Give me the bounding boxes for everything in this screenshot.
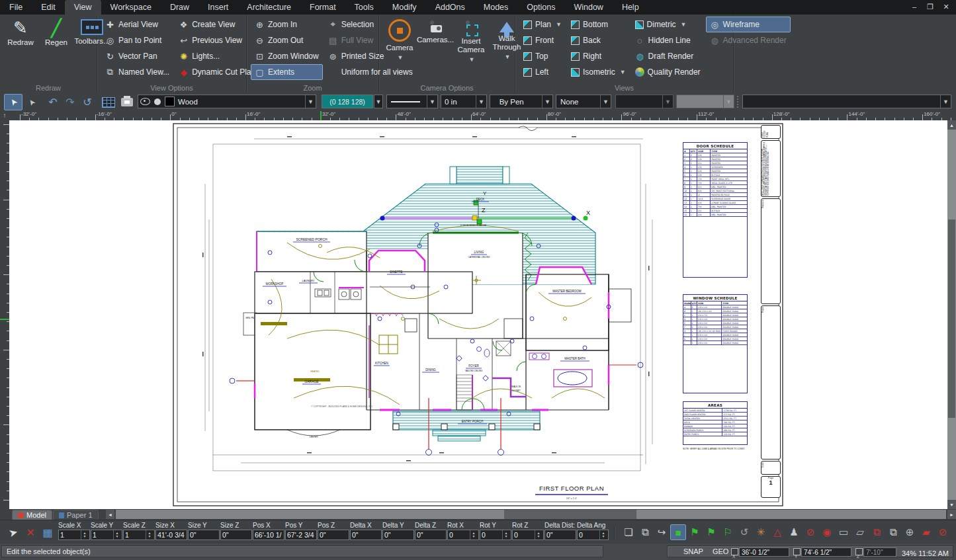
button-zoom-in[interactable]: ⊕Zoom In bbox=[251, 17, 323, 32]
stepper-icon[interactable]: ▲▼ bbox=[146, 530, 153, 540]
tab-paper-1[interactable]: Paper 1 bbox=[53, 510, 99, 520]
button-back[interactable]: Back bbox=[567, 32, 630, 48]
button-front[interactable]: Front bbox=[519, 32, 566, 48]
scroll-down-icon[interactable]: ▼ bbox=[947, 500, 956, 509]
field-input[interactable]: 41'-0 3/4 bbox=[155, 530, 187, 540]
vertical-scroll-thumb[interactable] bbox=[948, 220, 955, 418]
scroll-right-icon[interactable]: ► bbox=[947, 510, 956, 519]
view-name-combo[interactable]: ▼ bbox=[742, 95, 951, 108]
path-node-icon[interactable]: ⚐ bbox=[720, 524, 736, 540]
menu-item-tools[interactable]: Tools bbox=[345, 0, 383, 15]
menu-item-insert[interactable]: Insert bbox=[198, 0, 238, 15]
delete-icon[interactable]: ✕ bbox=[22, 524, 38, 540]
field-input[interactable]: 0▲▼ bbox=[577, 530, 609, 540]
no-frame-icon[interactable]: ⊘ bbox=[935, 524, 951, 540]
button-pan-to-point[interactable]: ◎Pan to Point bbox=[101, 32, 173, 48]
coord-y-field[interactable]: 74'-6 1/2" bbox=[801, 547, 851, 557]
visibility-eye-icon[interactable] bbox=[140, 98, 150, 105]
field-input[interactable]: 0" bbox=[350, 530, 382, 540]
dup-face-icon[interactable]: ⧉ bbox=[869, 524, 885, 540]
button-zoom-window[interactable]: ⊡Zoom Window bbox=[251, 48, 323, 64]
frame-a-icon[interactable]: ▭ bbox=[836, 524, 851, 540]
revert-icon[interactable]: ↺ bbox=[736, 524, 752, 540]
menu-item-format[interactable]: Format bbox=[300, 0, 345, 15]
horizontal-scroll-thumb[interactable] bbox=[504, 510, 636, 519]
stepper-icon[interactable]: ▲▼ bbox=[535, 530, 542, 540]
horizontal-scrollbar[interactable] bbox=[116, 510, 946, 519]
regen-view-button[interactable]: ↺ bbox=[78, 94, 97, 110]
button-camera[interactable]: Camera▼ bbox=[383, 17, 416, 64]
drawing-canvas[interactable]: DECK SCREENED PORCH WORKSHOP LAUNDRY DIN… bbox=[9, 120, 947, 509]
button-named-view-[interactable]: ⧉Named View... bbox=[101, 64, 173, 80]
layer-flag-icon[interactable]: ⚑ bbox=[687, 524, 703, 540]
button-regen[interactable]: ╱Regen bbox=[40, 17, 73, 50]
color-chip-dropdown[interactable]: ▼ bbox=[374, 95, 383, 108]
close-icon[interactable]: ✕ bbox=[941, 3, 951, 11]
button-left[interactable]: Left bbox=[519, 64, 566, 80]
vertical-scrollbar[interactable]: ▲ ▼ bbox=[947, 120, 956, 509]
button-vector-pan[interactable]: ↻Vector Pan bbox=[101, 48, 173, 64]
menu-item-help[interactable]: Help bbox=[613, 0, 648, 15]
redo-button[interactable]: ↷ bbox=[61, 94, 79, 110]
field-input[interactable]: 0" bbox=[382, 530, 414, 540]
field-input[interactable]: 66'-10 1/ bbox=[253, 530, 284, 540]
field-input[interactable]: 0" bbox=[220, 530, 252, 540]
button-plan[interactable]: Plan▼ bbox=[519, 17, 566, 32]
stepper-icon[interactable]: ▲▼ bbox=[470, 530, 477, 540]
field-input[interactable]: 0▲▼ bbox=[512, 530, 544, 540]
menu-item-addons[interactable]: AddOns bbox=[426, 0, 474, 15]
chevron-down-icon[interactable]: ▼ bbox=[305, 95, 316, 108]
override-combo[interactable]: None▼ bbox=[556, 95, 611, 108]
undo-button[interactable]: ↶ bbox=[44, 94, 62, 110]
field-input[interactable]: 1▲▼ bbox=[123, 530, 155, 540]
button-aerial-view[interactable]: ✚Aerial View bbox=[101, 17, 173, 32]
button-dimetric[interactable]: Dimetric▼ bbox=[631, 17, 705, 32]
button-zoom-out[interactable]: ⊖Zoom Out bbox=[251, 32, 323, 48]
fill-mode-icon[interactable]: ■ bbox=[670, 524, 686, 540]
anchor-node-icon[interactable]: ⊕ bbox=[902, 524, 918, 540]
minimize-icon[interactable]: – bbox=[910, 3, 919, 11]
button-bottom[interactable]: Bottom bbox=[567, 17, 630, 32]
stepper-icon[interactable]: ▲▼ bbox=[599, 530, 607, 540]
restore-icon[interactable]: ❐ bbox=[926, 3, 935, 11]
menu-item-workspace[interactable]: Workspace bbox=[101, 0, 161, 15]
menu-item-modes[interactable]: Modes bbox=[474, 0, 518, 15]
field-input[interactable]: 0" bbox=[544, 530, 576, 540]
button-top[interactable]: Top bbox=[519, 48, 566, 64]
button-quality-render[interactable]: Quality Render bbox=[631, 64, 705, 80]
menu-item-file[interactable]: File bbox=[0, 0, 32, 15]
button-extents[interactable]: ▢Extents bbox=[251, 64, 323, 80]
field-input[interactable]: 67'-2 3/4 bbox=[285, 530, 317, 540]
snap-toggle[interactable]: SNAP bbox=[683, 547, 703, 555]
frame-b-icon[interactable]: ▱ bbox=[852, 524, 868, 540]
link-object-icon[interactable]: ❏ bbox=[621, 524, 636, 540]
scroll-up-icon[interactable]: ▲ bbox=[947, 120, 956, 130]
button-hidden-line[interactable]: ◌Hidden Line bbox=[631, 32, 705, 48]
menu-item-draw[interactable]: Draw bbox=[161, 0, 198, 15]
tab-scroll-left-icon[interactable]: ◄ bbox=[106, 510, 114, 519]
button-insert-camera[interactable]: Insert Camera▼ bbox=[455, 17, 488, 66]
menu-item-edit[interactable]: Edit bbox=[32, 0, 65, 15]
select-tool-button[interactable]: ➤ bbox=[4, 94, 22, 110]
poly-red-icon[interactable]: ▰ bbox=[918, 524, 934, 540]
entity-table-icon[interactable]: ▦ bbox=[40, 524, 56, 540]
field-input[interactable]: 0" bbox=[318, 530, 349, 540]
stepper-icon[interactable]: ▲▼ bbox=[502, 530, 509, 540]
color-chip[interactable]: (0 128 128) bbox=[322, 95, 373, 108]
push-face-icon[interactable]: ⧉ bbox=[885, 524, 901, 540]
field-input[interactable]: 0" bbox=[415, 530, 447, 540]
print-button[interactable] bbox=[118, 94, 136, 110]
redirect-arrow-icon[interactable]: ↪ bbox=[654, 524, 670, 540]
unlink-object-icon[interactable]: ⧉ bbox=[637, 524, 653, 540]
explode-icon[interactable]: ✳ bbox=[753, 524, 769, 540]
pen-mode-combo[interactable]: By Pen▼ bbox=[490, 95, 553, 108]
profile-icon[interactable]: ♟ bbox=[786, 524, 802, 540]
tab-model[interactable]: Model bbox=[12, 510, 52, 520]
field-input[interactable]: 1▲▼ bbox=[91, 530, 122, 540]
field-input[interactable]: 0▲▼ bbox=[447, 530, 479, 540]
warning-triangle-icon[interactable]: △ bbox=[769, 524, 785, 540]
stepper-icon[interactable]: ▲▼ bbox=[113, 530, 120, 540]
button-draft-render[interactable]: ◍Draft Render bbox=[631, 48, 705, 64]
layer-flag2-icon[interactable]: ⚑ bbox=[703, 524, 719, 540]
button-isometric[interactable]: Isometric▼ bbox=[567, 64, 630, 80]
